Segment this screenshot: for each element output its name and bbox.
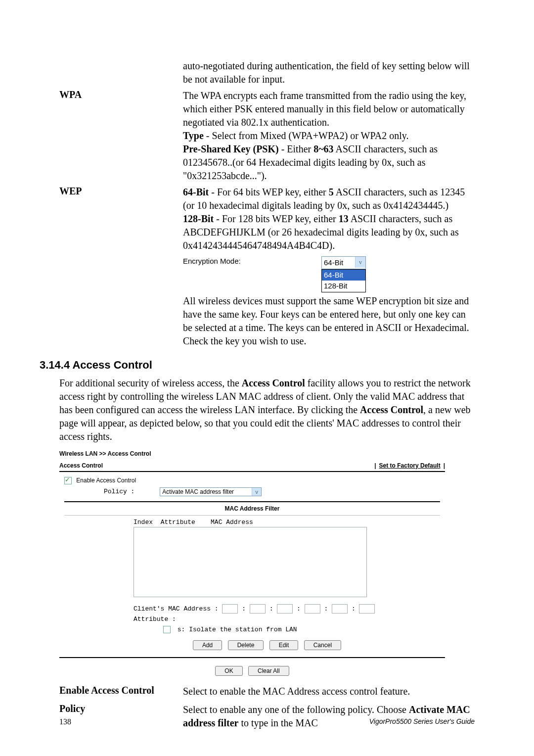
mac-list-header: Index Attribute MAC Address bbox=[134, 519, 440, 526]
set-factory-default-link[interactable]: Set to Factory Default bbox=[379, 462, 441, 469]
section-para-b1: Access Control bbox=[242, 378, 305, 388]
policy-select[interactable]: Activate MAC address filter v bbox=[160, 487, 262, 496]
def-policy-a: Select to enable any one of the followin… bbox=[183, 704, 409, 715]
access-control-panel: Wireless LAN >> Access Control Access Co… bbox=[59, 450, 445, 676]
intro-text: auto-negotiated during authentication, t… bbox=[183, 59, 475, 86]
encryption-option-64bit[interactable]: 64-Bit bbox=[322, 270, 365, 281]
policy-select-value: Activate MAC address filter bbox=[162, 488, 234, 495]
enable-access-control-checkbox[interactable] bbox=[64, 477, 72, 484]
enable-access-control-row: Enable Access Control bbox=[64, 477, 440, 484]
delete-button[interactable]: Delete bbox=[228, 640, 264, 650]
encryption-mode-label: Encryption Mode: bbox=[183, 256, 321, 266]
wep-13: 13 bbox=[339, 213, 349, 224]
wep-desc: 64-Bit - For 64 bits WEP key, either 5 A… bbox=[183, 186, 475, 348]
wpa-type-rest: - Select from Mixed (WPA+WPA2) or WPA2 o… bbox=[204, 130, 409, 141]
policy-label: Policy : bbox=[104, 488, 158, 495]
section-heading: 3.14.4 Access Control bbox=[40, 359, 475, 372]
client-mac-label: Client's MAC Address : bbox=[134, 605, 219, 613]
add-button[interactable]: Add bbox=[193, 640, 222, 650]
encryption-mode-select-wrap: 64-Bit v 64-Bit 128-Bit bbox=[321, 256, 366, 292]
col-attribute: Attribute bbox=[161, 519, 195, 526]
enable-access-control-label: Enable Access Control bbox=[76, 477, 136, 484]
wep-tail: All wireless devices must support the sa… bbox=[183, 294, 475, 348]
wpa-label: WPA bbox=[59, 89, 183, 183]
mac-octet-6[interactable] bbox=[359, 604, 375, 614]
wep-64b: 64-Bit bbox=[183, 187, 209, 197]
wep-64mid: - For 64 bits WEP key, either bbox=[209, 187, 329, 197]
def-eac-desc: Select to enable the MAC Address access … bbox=[183, 685, 475, 698]
wep-128b: 128-Bit bbox=[183, 213, 214, 224]
mac-octet-4[interactable] bbox=[305, 604, 320, 614]
wep-5: 5 bbox=[329, 187, 334, 197]
wep-label: WEP bbox=[59, 186, 183, 348]
col-index: Index bbox=[134, 519, 153, 526]
mac-list[interactable] bbox=[134, 527, 367, 597]
wpa-desc: The WPA encrypts each frame transmitted … bbox=[183, 89, 475, 183]
ok-button[interactable]: OK bbox=[215, 666, 242, 676]
wpa-p1: The WPA encrypts each frame transmitted … bbox=[183, 90, 466, 128]
wep-128mid: - For 128 bits WEP key, either bbox=[214, 213, 339, 224]
mac-octet-2[interactable] bbox=[250, 604, 266, 614]
mac-octet-3[interactable] bbox=[277, 604, 293, 614]
isolate-label: s: Isolate the station from LAN bbox=[178, 626, 297, 633]
footer-guide: VigorPro5500 Series User's Guide bbox=[369, 717, 475, 726]
section-para-b2: Access Control bbox=[360, 404, 423, 415]
encryption-mode-select[interactable]: 64-Bit v bbox=[321, 256, 366, 269]
wpa-psk-mid: - Either bbox=[279, 143, 314, 154]
encryption-mode-options[interactable]: 64-Bit 128-Bit bbox=[321, 269, 366, 292]
page-number: 138 bbox=[59, 717, 71, 726]
mac-octet-1[interactable] bbox=[222, 604, 238, 614]
edit-button[interactable]: Edit bbox=[269, 640, 299, 650]
wpa-psk-b2: 8~63 bbox=[313, 143, 333, 154]
breadcrumb: Wireless LAN >> Access Control bbox=[59, 450, 445, 457]
mac-filter-title: MAC Address Filter bbox=[64, 501, 440, 516]
wpa-type-b: Type bbox=[183, 130, 204, 141]
col-mac: MAC Address bbox=[211, 519, 253, 526]
def-eac-label: Enable Access Control bbox=[59, 685, 183, 698]
encryption-option-128bit[interactable]: 128-Bit bbox=[322, 281, 365, 291]
clear-all-button[interactable]: Clear All bbox=[248, 666, 289, 676]
chevron-down-icon: v bbox=[252, 488, 261, 496]
panel-title: Access Control bbox=[59, 462, 103, 469]
chevron-down-icon: v bbox=[355, 257, 365, 268]
section-para-a: For additional security of wireless acce… bbox=[59, 378, 242, 388]
mac-octet-5[interactable] bbox=[332, 604, 348, 614]
cancel-button[interactable]: Cancel bbox=[304, 640, 341, 650]
isolate-checkbox[interactable] bbox=[163, 626, 171, 633]
attribute-label: Attribute : bbox=[134, 615, 440, 623]
client-mac-row: Client's MAC Address : : : : : : bbox=[134, 604, 440, 614]
wpa-psk-b: Pre-Shared Key (PSK) bbox=[183, 143, 279, 154]
section-para: For additional security of wireless acce… bbox=[59, 377, 475, 443]
